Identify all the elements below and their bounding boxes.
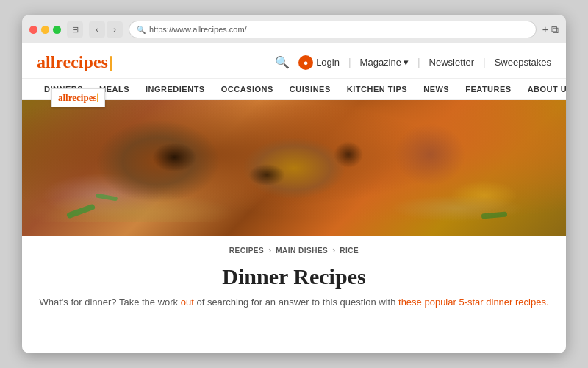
logo-container: allrecipesǀ [37, 52, 113, 72]
nav-news[interactable]: NEWS [416, 79, 456, 99]
search-button[interactable]: 🔍 [275, 55, 290, 69]
nav-features[interactable]: FEATURES [458, 79, 518, 99]
nav-about-us[interactable]: ABOUT US [520, 79, 566, 99]
browser-chrome: ⊟ ‹ › 🔍 https://www.allrecipes.com/ + ⧉ [22, 15, 566, 43]
breadcrumb-sep-2: › [332, 245, 335, 255]
forward-button[interactable]: › [107, 21, 123, 38]
header-actions: 🔍 ● Login | Magazine ▾ | Newsletter | Sw… [275, 55, 551, 70]
login-button[interactable]: ● Login [298, 55, 340, 70]
sweepstakes-link[interactable]: Sweepstakes [495, 57, 551, 68]
back-button[interactable]: ‹ [89, 21, 105, 38]
site-logo[interactable]: allrecipesǀ [37, 52, 113, 72]
browser-window: ⊟ ‹ › 🔍 https://www.allrecipes.com/ + ⧉ … [22, 15, 566, 353]
badge-logo-mark: ǀ [96, 93, 98, 103]
minimize-button[interactable] [41, 26, 49, 34]
page-title: Dinner Recipes [37, 264, 551, 289]
divider-3: | [483, 57, 486, 68]
desc-link-out[interactable]: out [181, 297, 194, 308]
magazine-label: Magazine [360, 57, 401, 68]
badge-logo-text: allrecipes [58, 92, 96, 104]
nav-ingredients[interactable]: INGREDIENTS [138, 79, 212, 99]
browser-actions: + ⧉ [542, 24, 559, 36]
nav-buttons: ‹ › [89, 21, 123, 38]
search-icon: 🔍 [275, 56, 290, 68]
magazine-button[interactable]: Magazine ▾ [360, 57, 409, 68]
logo-spoon: ǀ [109, 54, 113, 71]
hero-bg [22, 100, 566, 236]
nav-cuisines[interactable]: CUISINES [282, 79, 338, 99]
logo-main-text: allrecipes [37, 52, 108, 72]
nav-occasions[interactable]: OCCASIONS [214, 79, 281, 99]
traffic-lights [29, 26, 61, 34]
url-text: https://www.allrecipes.com/ [149, 25, 247, 34]
copy-button[interactable]: ⧉ [551, 24, 559, 36]
user-icon: ● [298, 55, 313, 70]
page-description: What's for dinner? Take the work out of … [37, 295, 551, 310]
nav-kitchen-tips[interactable]: KITCHEN TIPS [340, 79, 415, 99]
maximize-button[interactable] [53, 26, 61, 34]
page-content: Dinner Recipes What's for dinner? Take t… [22, 264, 566, 317]
login-label: Login [316, 57, 340, 68]
website-content: allrecipesǀ allrecipesǀ 🔍 ● Login | Maga [22, 43, 566, 353]
address-bar[interactable]: 🔍 https://www.allrecipes.com/ [129, 21, 537, 38]
breadcrumb: RECIPES › MAIN DISHES › RICE [22, 236, 566, 264]
breadcrumb-rice[interactable]: RICE [340, 247, 359, 255]
tab-icon[interactable]: ⊟ [67, 21, 83, 38]
close-button[interactable] [29, 26, 37, 34]
address-search-icon: 🔍 [137, 26, 146, 34]
site-header: allrecipesǀ 🔍 ● Login | Magazine ▾ | New… [22, 46, 566, 79]
logo-badge: allrecipesǀ [51, 88, 105, 107]
hero-image [22, 100, 566, 236]
newsletter-link[interactable]: Newsletter [429, 57, 474, 68]
new-tab-button[interactable]: + [542, 24, 548, 36]
divider-1: | [348, 57, 351, 68]
breadcrumb-recipes[interactable]: RECIPES [229, 247, 264, 255]
magazine-arrow-icon: ▾ [404, 57, 409, 68]
breadcrumb-main-dishes[interactable]: MAIN DISHES [276, 247, 328, 255]
divider-2: | [417, 57, 420, 68]
breadcrumb-sep-1: › [268, 245, 271, 255]
desc-link-these[interactable]: these popular 5-star dinner recipes. [398, 297, 549, 308]
